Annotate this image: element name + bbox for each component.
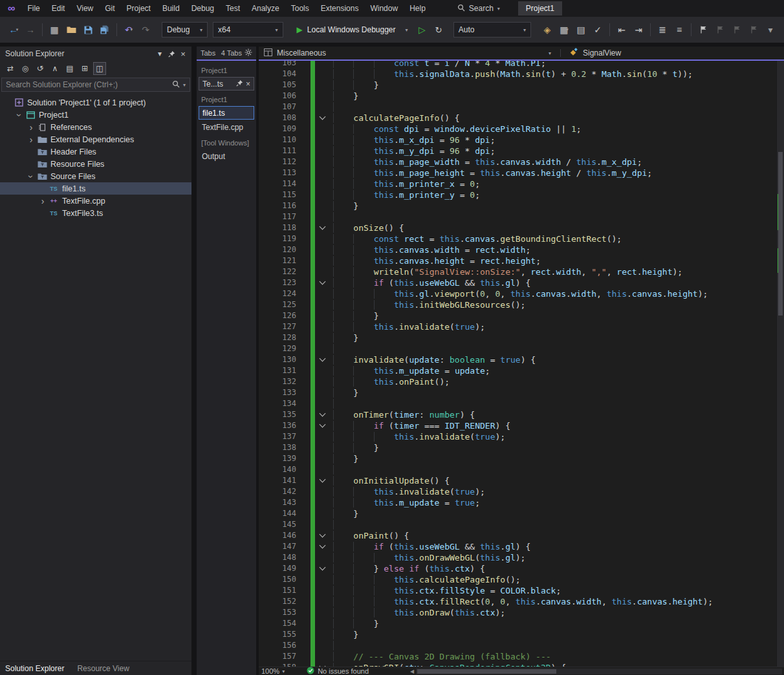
code-editor[interactable]: 103 const t = i / N * 4 * Math.PI;104 th… bbox=[259, 61, 784, 667]
toolbar-overflow-icon[interactable]: ▾ bbox=[762, 22, 779, 38]
panel-splitter[interactable] bbox=[191, 47, 197, 675]
save-icon[interactable] bbox=[80, 22, 96, 38]
vertical-scrollbar[interactable] bbox=[776, 61, 784, 667]
tree-item-source-files[interactable]: ›Source Files bbox=[0, 170, 191, 182]
line-number[interactable]: 128 bbox=[259, 332, 296, 343]
panel-tab-solution-explorer[interactable]: Solution Explorer bbox=[5, 664, 64, 673]
line-number[interactable]: 115 bbox=[259, 189, 296, 200]
code-text[interactable]: this.m_page_width = this.canvas.width / … bbox=[329, 156, 642, 167]
line-number[interactable]: 132 bbox=[259, 376, 296, 387]
fold-chevron-icon[interactable] bbox=[319, 477, 325, 483]
new-file-icon[interactable]: ▤ bbox=[572, 22, 589, 38]
line-number[interactable]: 147 bbox=[259, 541, 296, 552]
document-tab-output[interactable]: Output bbox=[199, 149, 254, 163]
code-text[interactable] bbox=[329, 343, 353, 354]
code-text[interactable]: // --- Canvas 2D Drawing (fallback) --- bbox=[329, 651, 551, 662]
chevron-right-icon[interactable]: › bbox=[26, 122, 36, 133]
line-number[interactable]: 117 bbox=[259, 211, 296, 222]
code-text[interactable] bbox=[329, 519, 353, 530]
redo-icon[interactable]: ↷ bbox=[137, 22, 154, 38]
code-text[interactable]: this.m_printer_x = 0; bbox=[329, 178, 480, 189]
line-number[interactable]: 139 bbox=[259, 453, 296, 464]
code-text[interactable]: this.onDraw(this.ctx); bbox=[329, 607, 505, 618]
code-text[interactable]: this.canvas.height = rect.height; bbox=[329, 255, 541, 266]
line-number[interactable]: 133 bbox=[259, 387, 296, 398]
line-number[interactable]: 127 bbox=[259, 321, 296, 332]
watch-mode-combobox[interactable]: Auto▾ bbox=[453, 22, 531, 38]
indent-decrease-icon[interactable]: ⇤ bbox=[613, 22, 630, 38]
line-number[interactable]: 137 bbox=[259, 431, 296, 442]
line-number[interactable]: 149 bbox=[259, 563, 296, 574]
line-number[interactable]: 105 bbox=[259, 80, 296, 91]
code-text[interactable]: this.m_y_dpi = 96 * dpi; bbox=[329, 145, 495, 156]
menu-item-window[interactable]: Window bbox=[364, 1, 404, 16]
line-number[interactable]: 109 bbox=[259, 123, 296, 134]
code-text[interactable]: onDrawGDI(ctx: CanvasRenderingContext2D)… bbox=[329, 662, 566, 667]
fold-margin[interactable] bbox=[315, 222, 329, 233]
start-debugging-button[interactable]: ▶ Local Windows Debugger ▾ bbox=[291, 21, 414, 38]
code-text[interactable]: this.calculatePageInfo(); bbox=[329, 574, 521, 585]
line-number[interactable]: 107 bbox=[259, 102, 296, 112]
code-text[interactable]: } bbox=[329, 310, 378, 321]
open-files-filter-icon[interactable]: ↺▾ bbox=[34, 62, 47, 75]
line-number[interactable]: 152 bbox=[259, 596, 296, 607]
properties-icon[interactable]: ⊞ bbox=[78, 62, 91, 75]
line-number[interactable]: 140 bbox=[259, 464, 296, 475]
line-number[interactable]: 118 bbox=[259, 222, 296, 233]
code-text[interactable]: onPaint() { bbox=[329, 530, 409, 541]
fold-margin[interactable] bbox=[315, 563, 329, 574]
scrollbar-thumb[interactable] bbox=[778, 152, 783, 316]
undo-icon[interactable]: ↶▾ bbox=[120, 22, 137, 38]
fold-chevron-icon[interactable] bbox=[319, 564, 325, 571]
tree-item-resource-files[interactable]: Resource Files bbox=[0, 158, 191, 170]
code-text[interactable]: const rect = this.canvas.getBoundingClie… bbox=[329, 233, 622, 244]
line-number[interactable]: 120 bbox=[259, 244, 296, 255]
code-text[interactable]: } bbox=[329, 80, 378, 91]
close-icon[interactable]: × bbox=[246, 80, 250, 89]
bookmark-clear-icon[interactable] bbox=[745, 22, 762, 38]
horizontal-scrollbar[interactable] bbox=[416, 669, 782, 674]
line-number[interactable]: 119 bbox=[259, 233, 296, 244]
gear-icon[interactable] bbox=[245, 48, 252, 58]
line-number[interactable]: 103 bbox=[259, 61, 296, 69]
code-text[interactable]: } bbox=[329, 629, 358, 640]
line-number[interactable]: 106 bbox=[259, 91, 296, 102]
line-number[interactable]: 138 bbox=[259, 442, 296, 453]
tree-item-header-files[interactable]: Header Files bbox=[0, 145, 191, 158]
line-number[interactable]: 153 bbox=[259, 607, 296, 618]
save-all-icon[interactable] bbox=[96, 22, 113, 38]
tree-item-textfile-cpp[interactable]: ›++TextFile.cpp bbox=[0, 195, 191, 207]
chevron-right-icon[interactable]: › bbox=[38, 196, 48, 206]
line-number[interactable]: 144 bbox=[259, 508, 296, 519]
menu-item-tools[interactable]: Tools bbox=[285, 1, 315, 16]
code-text[interactable] bbox=[329, 398, 353, 409]
code-text[interactable]: } bbox=[329, 453, 358, 464]
title-search[interactable]: Search ▾ bbox=[457, 4, 500, 14]
menu-item-project[interactable]: Project bbox=[121, 1, 157, 16]
line-number[interactable]: 135 bbox=[259, 409, 296, 420]
line-number[interactable]: 131 bbox=[259, 365, 296, 376]
project-badge[interactable]: Project1 bbox=[518, 1, 562, 16]
line-number[interactable]: 130 bbox=[259, 354, 296, 365]
code-text[interactable]: if (this.useWebGL && this.gl) { bbox=[329, 277, 530, 288]
code-text[interactable]: } bbox=[329, 508, 358, 519]
code-text[interactable] bbox=[329, 102, 353, 112]
code-text[interactable] bbox=[329, 640, 353, 651]
code-text[interactable]: onInitialUpdate() { bbox=[329, 475, 450, 486]
fold-chevron-icon[interactable] bbox=[319, 542, 325, 549]
code-text[interactable]: this.invalidate(true); bbox=[329, 431, 505, 442]
preview-selected-items-icon[interactable]: ◫ bbox=[93, 62, 106, 75]
line-number[interactable]: 126 bbox=[259, 310, 296, 321]
line-number[interactable]: 110 bbox=[259, 134, 296, 145]
line-number[interactable]: 151 bbox=[259, 585, 296, 596]
bookmark-previous-icon[interactable] bbox=[712, 22, 728, 38]
menu-item-debug[interactable]: Debug bbox=[186, 1, 220, 16]
line-number[interactable]: 123 bbox=[259, 277, 296, 288]
code-text[interactable]: } bbox=[329, 332, 358, 343]
menu-item-test[interactable]: Test bbox=[220, 1, 246, 16]
fold-margin[interactable] bbox=[315, 541, 329, 552]
code-text[interactable]: calculatePageInfo() { bbox=[329, 112, 460, 123]
fold-chevron-icon[interactable] bbox=[319, 224, 325, 230]
line-number[interactable]: 150 bbox=[259, 574, 296, 585]
line-number[interactable]: 145 bbox=[259, 519, 296, 530]
